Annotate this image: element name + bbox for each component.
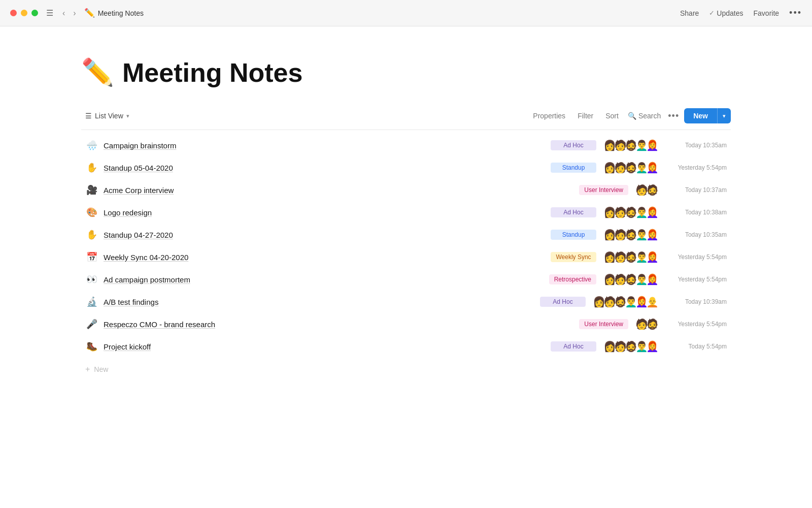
item-tag[interactable]: Standup: [551, 163, 596, 173]
item-right: Standup 👩🧑🧔👨‍🦱👩‍🦰 Today 10:35am: [514, 229, 727, 241]
toolbar-right: Properties Filter Sort 🔍 Search ••• New …: [528, 108, 731, 123]
item-avatars: 👩🧑🧔👨‍🦱👩‍🦰: [603, 229, 659, 241]
item-right: Standup 👩🧑🧔👨‍🦱👩‍🦰 Yesterday 5:54pm: [514, 162, 727, 174]
item-icon: 🌧️: [85, 140, 98, 151]
item-icon: 🎤: [85, 319, 98, 330]
item-avatars: 👩🧑🧔👨‍🦱👩‍🦰: [603, 251, 659, 263]
avatar: 👩‍🦰: [646, 273, 659, 285]
nav-arrows: ‹ ›: [59, 7, 79, 20]
item-avatars: 👩🧑🧔👨‍🦱👩‍🦰: [603, 139, 659, 151]
list-item[interactable]: 🥾 Project kickoff Ad Hoc 👩🧑🧔👨‍🦱👩‍🦰 Today…: [81, 335, 731, 358]
item-avatars: 👩🧑🧔👨‍🦱👩‍🦰: [603, 162, 659, 174]
add-new-label: New: [94, 365, 108, 373]
item-right: User Interview 🧑🧔 Today 10:37am: [514, 184, 727, 196]
titlebar-right: Share ✓ Updates Favorite •••: [680, 8, 802, 18]
avatar: 🧔: [646, 184, 659, 196]
avatar: 👩‍🦰: [646, 340, 659, 353]
close-button[interactable]: [10, 10, 17, 16]
menu-icon[interactable]: ☰: [46, 8, 53, 18]
more-actions-button[interactable]: •••: [665, 109, 682, 123]
item-tag[interactable]: Ad Hoc: [551, 207, 596, 217]
plus-icon: +: [85, 365, 90, 374]
item-left: 🎤 Respeczo CMO - brand research: [85, 319, 514, 330]
item-name: Standup 05-04-2020: [104, 164, 173, 172]
new-dropdown-button[interactable]: ▾: [717, 108, 731, 123]
item-timestamp: Today 10:35am: [666, 142, 727, 149]
filter-button[interactable]: Filter: [572, 109, 598, 123]
maximize-button[interactable]: [31, 10, 38, 16]
item-right: Ad Hoc 👩🧑🧔👨‍🦱👩‍🦰🧑‍🦲 Today 10:39am: [514, 296, 727, 308]
item-icon: ✋: [85, 162, 98, 173]
item-avatars: 👩🧑🧔👨‍🦱👩‍🦰🧑‍🦲: [593, 296, 659, 308]
page-title: Meeting Notes: [122, 57, 302, 88]
item-right: Weekly Sync 👩🧑🧔👨‍🦱👩‍🦰 Yesterday 5:54pm: [514, 251, 727, 263]
list-item[interactable]: 🎤 Respeczo CMO - brand research User Int…: [81, 313, 731, 335]
item-timestamp: Yesterday 5:54pm: [666, 253, 727, 261]
back-button[interactable]: ‹: [59, 7, 68, 20]
item-tag[interactable]: Weekly Sync: [551, 252, 596, 262]
item-avatars: 🧑🧔: [635, 318, 659, 330]
properties-button[interactable]: Properties: [528, 109, 570, 123]
favorite-button[interactable]: Favorite: [754, 9, 780, 17]
item-icon: ✋: [85, 229, 98, 240]
item-icon: 🎨: [85, 207, 98, 218]
toolbar: ☰ List View ▾ Properties Filter Sort 🔍 S…: [81, 108, 731, 130]
share-button[interactable]: Share: [680, 9, 699, 17]
item-tag[interactable]: Retrospective: [549, 274, 596, 284]
list-icon: ☰: [85, 112, 92, 120]
item-left: ✋ Standup 04-27-2020: [85, 229, 514, 240]
item-tag[interactable]: Ad Hoc: [551, 140, 596, 150]
item-timestamp: Today 10:39am: [666, 298, 727, 305]
list-item[interactable]: 👀 Ad campaign postmortem Retrospective 👩…: [81, 268, 731, 291]
item-timestamp: Yesterday 5:54pm: [666, 164, 727, 171]
list-item[interactable]: 🎥 Acme Corp interview User Interview 🧑🧔 …: [81, 179, 731, 201]
item-avatars: 🧑🧔: [635, 184, 659, 196]
item-name: Campaign brainstorm: [104, 141, 176, 150]
minimize-button[interactable]: [21, 10, 27, 16]
item-timestamp: Today 10:38am: [666, 209, 727, 216]
item-right: Retrospective 👩🧑🧔👨‍🦱👩‍🦰 Yesterday 5:54pm: [514, 273, 727, 285]
item-tag[interactable]: User Interview: [579, 319, 628, 329]
item-tag[interactable]: Ad Hoc: [551, 341, 596, 352]
search-label: Search: [638, 112, 661, 120]
list-view-button[interactable]: ☰ List View ▾: [81, 109, 133, 123]
item-tag[interactable]: User Interview: [579, 185, 628, 195]
item-left: 🎨 Logo redesign: [85, 207, 514, 218]
item-name: Acme Corp interview: [104, 186, 174, 195]
add-new-row[interactable]: + New: [81, 360, 731, 379]
toolbar-left: ☰ List View ▾: [81, 109, 133, 123]
sort-button[interactable]: Sort: [600, 109, 624, 123]
item-timestamp: Today 10:35am: [666, 231, 727, 238]
avatar: 👩‍🦰: [646, 162, 659, 174]
list-item[interactable]: ✋ Standup 05-04-2020 Standup 👩🧑🧔👨‍🦱👩‍🦰 Y…: [81, 156, 731, 179]
item-timestamp: Today 5:54pm: [666, 343, 727, 350]
more-options-button[interactable]: •••: [789, 8, 802, 18]
titlebar: ☰ ‹ › ✏️ Meeting Notes Share ✓ Updates F…: [0, 0, 812, 26]
page-icon-title: ✏️ Meeting Notes: [84, 8, 144, 18]
item-avatars: 👩🧑🧔👨‍🦱👩‍🦰: [603, 273, 659, 285]
item-tag[interactable]: Standup: [551, 230, 596, 240]
list-view-label: List View: [95, 112, 123, 120]
item-left: 🥾 Project kickoff: [85, 341, 514, 352]
page-header-emoji: ✏️: [81, 57, 114, 88]
list-item[interactable]: 🔬 A/B test findings Ad Hoc 👩🧑🧔👨‍🦱👩‍🦰🧑‍🦲 …: [81, 291, 731, 313]
list-item[interactable]: 🌧️ Campaign brainstorm Ad Hoc 👩🧑🧔👨‍🦱👩‍🦰 …: [81, 134, 731, 156]
page-emoji: ✏️: [84, 8, 95, 18]
list-item[interactable]: 📅 Weekly Sync 04-20-2020 Weekly Sync 👩🧑🧔…: [81, 246, 731, 268]
search-button[interactable]: 🔍 Search: [626, 109, 663, 123]
item-icon: 🔬: [85, 296, 98, 307]
item-name: Logo redesign: [104, 208, 152, 217]
list-item[interactable]: ✋ Standup 04-27-2020 Standup 👩🧑🧔👨‍🦱👩‍🦰 T…: [81, 224, 731, 246]
avatar: 👩‍🦰: [646, 206, 659, 218]
avatar: 🧑‍🦲: [646, 296, 659, 308]
updates-button[interactable]: ✓ Updates: [709, 9, 743, 17]
page-header: ✏️ Meeting Notes: [81, 57, 731, 88]
forward-button[interactable]: ›: [70, 7, 79, 20]
item-timestamp: Yesterday 5:54pm: [666, 321, 727, 328]
search-icon: 🔍: [628, 112, 636, 120]
item-tag[interactable]: Ad Hoc: [540, 297, 586, 307]
item-icon: 👀: [85, 274, 98, 285]
list-item[interactable]: 🎨 Logo redesign Ad Hoc 👩🧑🧔👨‍🦱👩‍🦰 Today 1…: [81, 201, 731, 224]
item-name: Project kickoff: [104, 342, 151, 351]
new-button[interactable]: New: [684, 108, 717, 123]
